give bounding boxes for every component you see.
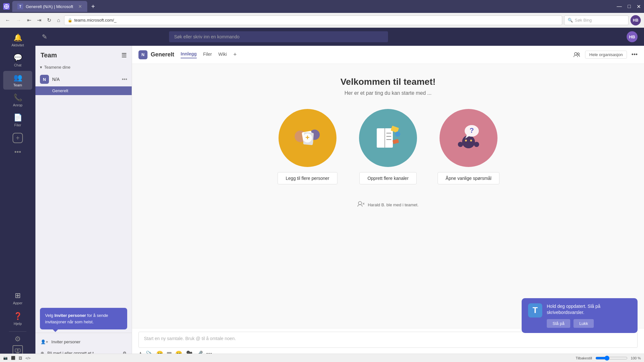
teams-tab-icon: T	[17, 4, 23, 9]
svg-point-22	[470, 140, 472, 142]
forward-button[interactable]: →	[14, 16, 23, 24]
rail-item-team[interactable]: 👥 Team	[3, 71, 32, 90]
aktivitet-icon: 🔔	[14, 34, 22, 42]
browser-tab-active[interactable]: T Generelt (N/A) | Microsoft ✕	[12, 1, 87, 12]
channel-name-generelt: Generelt	[52, 88, 68, 93]
minimize-button[interactable]: —	[617, 4, 622, 10]
notification-text: Hold deg oppdatert. Slå på skrivebordsva…	[547, 303, 631, 316]
org-label-text: Hele organisasjon	[589, 52, 623, 57]
add-people-button[interactable]: Legg til flere personer	[278, 172, 337, 184]
tab-filer[interactable]: Filer	[203, 52, 212, 58]
filer-label: Filer	[14, 123, 21, 127]
filter-icon[interactable]: ☰	[121, 52, 127, 59]
lock-icon: 🔒	[68, 18, 72, 23]
home-button[interactable]: ⌂	[55, 16, 62, 24]
new-tab-button[interactable]: +	[91, 3, 95, 10]
welcome-section: Velkommen til teamet! Her er et par ting…	[132, 64, 644, 328]
team-icon: 👥	[14, 73, 22, 82]
notification-content: Hold deg oppdatert. Slå på skrivebordsva…	[547, 303, 631, 328]
chat-icon: 💬	[14, 54, 22, 62]
rail-item-filer[interactable]: 📄 Filer	[3, 111, 32, 130]
header-actions: Hele organisasjon •••	[573, 51, 638, 59]
svg-point-19	[395, 132, 400, 137]
channel-name: Generelt	[151, 51, 174, 58]
welcome-title: Velkommen til teamet!	[340, 77, 436, 87]
invite-people-button[interactable]: 👤+ Inviter personer	[35, 336, 132, 347]
channel-header-avatar: N	[138, 50, 147, 59]
browser-search-bar[interactable]: 🔍 Søk Bing	[564, 15, 629, 25]
tab-title: Generelt (N/A) | Microsoft	[26, 4, 73, 9]
invite-tooltip: Velg Inviter personer for å sende invita…	[40, 308, 127, 329]
edit-icon[interactable]: ✎	[42, 33, 47, 41]
welcome-cards: + Legg til flere personer	[272, 109, 504, 184]
home-back-button[interactable]: ⇤	[25, 16, 33, 24]
settings-icon[interactable]: ⚙	[14, 335, 21, 343]
add-apps-button[interactable]: +	[13, 133, 23, 143]
refresh-button[interactable]: ↻	[45, 16, 53, 24]
svg-text:?: ?	[469, 126, 474, 134]
card-circle-yellow: +	[279, 109, 336, 167]
rail-item-anrop[interactable]: 📞 Anrop	[3, 91, 32, 110]
browser-toolbar: ← → ⇤ ⇥ ↻ ⌂ 🔒 teams.microsoft.com/_ 🔍 Sø…	[0, 13, 644, 28]
home-forward-button[interactable]: ⇥	[35, 16, 43, 24]
invite-icon: 👤+	[41, 339, 48, 344]
back-button[interactable]: ←	[3, 16, 12, 24]
team-item-na[interactable]: N N/A •••	[35, 72, 132, 86]
faq-button[interactable]: Åpne vanlige spørsmål	[438, 172, 499, 184]
join-message-icon	[357, 201, 365, 209]
rail-item-hjelp[interactable]: ❓ Hjelp	[3, 309, 32, 328]
channel-tabs: Innlegg Filer Wiki +	[181, 51, 570, 58]
team-label: Team	[14, 83, 22, 87]
card-faq: ? Åpne vanlige spørsmål	[433, 109, 504, 184]
rail-item-apper[interactable]: ⊞ Apper	[3, 289, 32, 308]
status-icon-code: </>	[25, 356, 31, 360]
user-avatar[interactable]: HB	[627, 31, 638, 42]
notification-close-button[interactable]: Lukk	[573, 319, 594, 328]
rail-item-chat[interactable]: 💬 Chat	[3, 51, 32, 70]
svg-point-23	[458, 142, 463, 147]
apper-icon: ⊞	[15, 291, 21, 300]
add-tab-button[interactable]: +	[233, 51, 237, 58]
svg-text:+: +	[306, 133, 310, 142]
team-more-icon[interactable]: •••	[122, 76, 127, 82]
reset-label[interactable]: Tilbakestill	[576, 356, 592, 360]
status-icon-screen: ⬛	[11, 356, 15, 360]
filer-icon: 📄	[14, 113, 22, 122]
address-bar[interactable]: 🔒 teams.microsoft.com/_	[64, 15, 562, 25]
tooltip-bold-text: Inviter personer	[54, 313, 86, 318]
more-options-button[interactable]: •••	[631, 51, 638, 58]
team-group-label[interactable]: ▾ Teamene dine	[35, 62, 132, 72]
browser-logo	[3, 3, 10, 10]
status-icon-camera: 📷	[3, 356, 8, 360]
zoom-level: 100 %	[631, 356, 641, 360]
app-header: ✎ HB	[35, 28, 644, 46]
browser-profile-button[interactable]: HB	[630, 15, 641, 25]
apper-label: Apper	[13, 301, 22, 305]
team-avatar-na: N	[40, 75, 49, 84]
message-input-box[interactable]: Start en ny samtale. Bruk @ til å omtale…	[138, 332, 638, 348]
org-button[interactable]: Hele organisasjon	[585, 51, 627, 59]
search-input[interactable]	[169, 31, 388, 42]
maximize-button[interactable]: □	[628, 4, 631, 10]
tab-close-button[interactable]: ✕	[78, 4, 82, 9]
card-circle-teal	[359, 109, 417, 167]
panel-header: Team ☰	[35, 46, 132, 62]
card-add-people: + Legg til flere personer	[272, 109, 343, 184]
status-right: Tilbakestill 100 %	[576, 356, 641, 361]
create-channels-button[interactable]: Opprett flere kanaler	[359, 172, 417, 184]
hjelp-icon: ❓	[14, 312, 22, 320]
notification-on-button[interactable]: Slå på	[547, 319, 570, 328]
svg-rect-18	[393, 139, 399, 144]
rail-item-aktivitet[interactable]: 🔔 Aktivitet	[3, 31, 32, 50]
tab-innlegg[interactable]: Innlegg	[181, 51, 197, 58]
svg-point-27	[358, 201, 362, 205]
channel-item-generelt[interactable]: Generelt	[35, 86, 132, 95]
window-controls: — □ ✕	[617, 4, 641, 10]
close-button[interactable]: ✕	[637, 4, 641, 10]
svg-text:T: T	[19, 5, 21, 8]
tab-wiki[interactable]: Wiki	[218, 52, 227, 58]
meet-icon[interactable]	[573, 51, 581, 58]
more-button[interactable]: •••	[14, 148, 21, 156]
zoom-slider[interactable]	[595, 356, 628, 361]
channel-header: N Generelt Innlegg Filer Wiki + Hele org…	[132, 46, 644, 64]
